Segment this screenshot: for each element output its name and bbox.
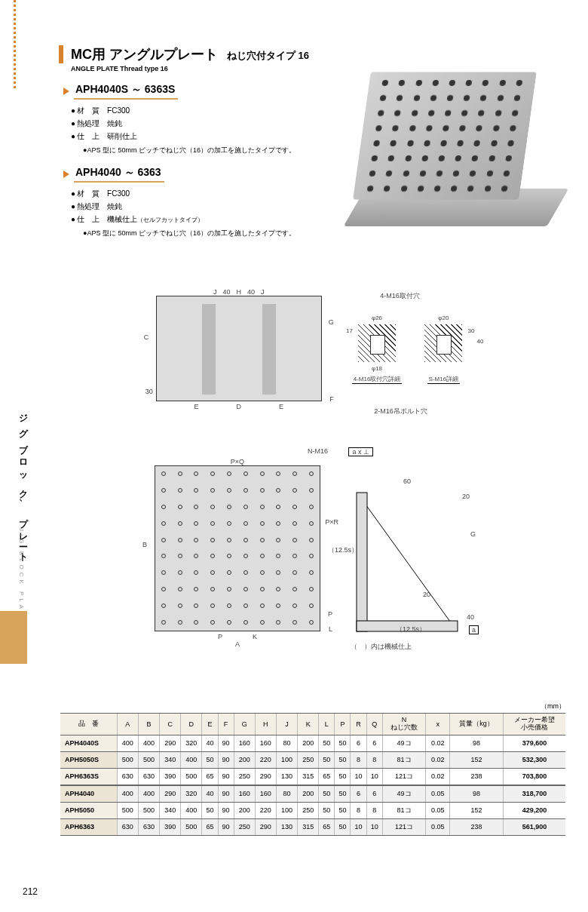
cell-E: 40 bbox=[202, 785, 218, 803]
table-row: APH6363630630390500659025029013031565501… bbox=[60, 818, 565, 835]
cell-no: APH4040S bbox=[60, 735, 117, 751]
unit-label: （mm） bbox=[60, 702, 565, 711]
cell-L: 50 bbox=[319, 785, 335, 803]
title-main: MC用 アングルプレート bbox=[71, 45, 218, 63]
callout-4m16: 4-M16取付穴 bbox=[380, 291, 420, 301]
th-L: L bbox=[319, 714, 335, 735]
cell-R: 10 bbox=[351, 768, 366, 785]
dim-20b: 20 bbox=[423, 591, 430, 598]
cell-D: 320 bbox=[181, 735, 202, 751]
cell-K: 315 bbox=[298, 818, 319, 835]
dim-E: E bbox=[194, 403, 198, 410]
heat-label: 熱処理 bbox=[77, 119, 100, 127]
dim-17: 17 bbox=[346, 327, 353, 334]
cell-Q: 6 bbox=[366, 785, 382, 803]
th-A: A bbox=[117, 714, 138, 735]
table-row: APH5050S50050034040050902002201002505050… bbox=[60, 751, 565, 768]
dim-phi20: φ20 bbox=[438, 315, 449, 321]
dim-PxR: P×R bbox=[325, 518, 338, 526]
dim-125a: （12.5s） bbox=[328, 545, 358, 555]
cell-B: 400 bbox=[138, 735, 159, 751]
cell-C: 340 bbox=[160, 802, 181, 818]
cell-J: 80 bbox=[276, 735, 297, 751]
fin-val2: （セルフカットタイプ） bbox=[137, 216, 204, 223]
cell-N: 81コ bbox=[382, 802, 426, 818]
page-number: 212 bbox=[23, 886, 38, 897]
diag-top-plate bbox=[156, 296, 322, 401]
th-R: R bbox=[351, 714, 366, 735]
cell-Q: 10 bbox=[366, 768, 382, 785]
fin-label: 仕 上 bbox=[77, 215, 100, 223]
cell-E: 50 bbox=[202, 751, 218, 768]
dim-Gb: G bbox=[470, 530, 476, 538]
dim-Pb: P bbox=[218, 633, 222, 640]
cell-H: 160 bbox=[255, 735, 276, 751]
dim-A: A bbox=[155, 640, 320, 648]
cell-P: 50 bbox=[335, 768, 351, 785]
mat-label: 材 質 bbox=[77, 106, 100, 115]
cell-B: 500 bbox=[138, 751, 159, 768]
cell-mass: 238 bbox=[450, 768, 504, 785]
cell-D: 400 bbox=[181, 751, 202, 768]
dim-PxQ: P×Q bbox=[155, 458, 320, 465]
dim-Jb: J bbox=[261, 288, 265, 296]
cell-price: 318,700 bbox=[504, 785, 565, 803]
dim-20a: 20 bbox=[462, 493, 470, 500]
cell-A: 400 bbox=[117, 735, 138, 751]
cell-C: 290 bbox=[160, 785, 181, 803]
diag-grid-plate bbox=[155, 465, 320, 631]
spec-table-wrap: （mm） 品 番 A B C D E F G H J K L P R bbox=[60, 702, 565, 836]
cell-A: 500 bbox=[117, 802, 138, 818]
fin-val: 機械仕上 bbox=[107, 215, 137, 223]
dim-40b: 40 bbox=[247, 288, 255, 296]
cell-E: 65 bbox=[202, 818, 218, 835]
cell-H: 220 bbox=[255, 751, 276, 768]
cell-A: 500 bbox=[117, 751, 138, 768]
cell-R: 6 bbox=[351, 785, 366, 803]
th-C: C bbox=[160, 714, 181, 735]
cell-F: 90 bbox=[218, 735, 234, 751]
dim-40d: 40 bbox=[467, 613, 474, 621]
cell-Q: 8 bbox=[366, 751, 382, 768]
bullet-icon bbox=[71, 106, 77, 115]
dim-C: C bbox=[144, 333, 149, 341]
cell-G: 250 bbox=[234, 768, 255, 785]
cell-L: 50 bbox=[319, 751, 335, 768]
cell-no: APH6363S bbox=[60, 768, 117, 785]
cell-Q: 8 bbox=[366, 802, 382, 818]
gd-box: a x ⊥ bbox=[348, 447, 373, 456]
cell-mass: 152 bbox=[450, 802, 504, 818]
cell-B: 400 bbox=[138, 785, 159, 803]
bullet-icon bbox=[71, 189, 77, 198]
series1-name: APH4040S ～ 6363S bbox=[74, 83, 178, 100]
cell-P: 50 bbox=[335, 818, 351, 835]
th-N: Nねじ穴数 bbox=[382, 714, 426, 735]
detail-cup1 bbox=[358, 324, 396, 362]
cell-C: 390 bbox=[160, 818, 181, 835]
dim-D: D bbox=[236, 403, 241, 410]
cell-no: APH6363 bbox=[60, 818, 117, 835]
cell-A: 630 bbox=[117, 818, 138, 835]
cell-J: 80 bbox=[276, 785, 297, 803]
svg-marker-0 bbox=[358, 494, 456, 630]
dim-phi26: φ26 bbox=[372, 315, 382, 321]
cell-N: 121コ bbox=[382, 818, 426, 835]
diag-side-triangle: 60 20 G 20 40 （12.5s） （12.5s） a （ ）内は機械仕… bbox=[351, 477, 464, 628]
th-price: メーカー希望小売価格 bbox=[504, 714, 565, 735]
cell-R: 8 bbox=[351, 751, 366, 768]
cell-price: 429,200 bbox=[504, 802, 565, 818]
th-x: x bbox=[426, 714, 450, 735]
th-K: K bbox=[298, 714, 319, 735]
cell-E: 40 bbox=[202, 735, 218, 751]
cell-x: 0.02 bbox=[426, 768, 450, 785]
cell-price: 703,800 bbox=[504, 768, 565, 785]
cell-J: 130 bbox=[276, 768, 297, 785]
bullet-icon bbox=[71, 215, 77, 223]
mat-label: 材 質 bbox=[77, 189, 100, 198]
cell-J: 100 bbox=[276, 802, 297, 818]
callout-nm16: N-M16 bbox=[308, 447, 328, 455]
heat-val: 焼鈍 bbox=[107, 119, 122, 127]
cell-x: 0.02 bbox=[426, 735, 450, 751]
heat-label: 熱処理 bbox=[77, 202, 100, 210]
cell-N: 121コ bbox=[382, 768, 426, 785]
